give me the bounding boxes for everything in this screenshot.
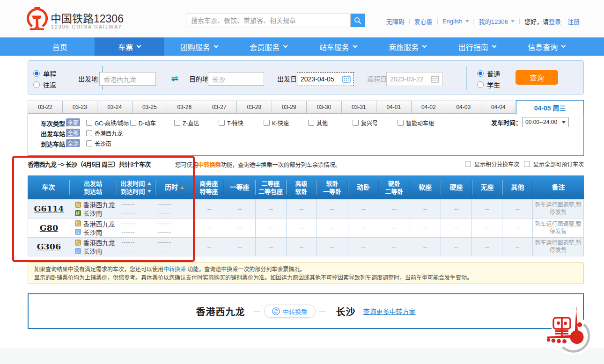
date-tab-03-27[interactable]: 03-27 (202, 101, 237, 114)
date-tab-03-29[interactable]: 03-29 (272, 101, 307, 114)
filter-option[interactable]: K-快速 (264, 119, 289, 127)
radio-unchecked[interactable] (33, 81, 40, 88)
seat-availability: -- (331, 243, 335, 250)
nav-item-5[interactable]: 站车服务 (303, 37, 373, 56)
filter-option[interactable]: Z-直达 (174, 119, 199, 127)
all-badge[interactable]: 全部 (66, 139, 80, 147)
date-tab-03-22[interactable]: 03-22 (28, 101, 63, 114)
depart-date-input[interactable]: 2023-04-05 (297, 72, 354, 86)
top-link-3[interactable]: English (442, 18, 463, 25)
result-checkbox-label: 显示积分兑换车次 (474, 160, 519, 168)
seat-availability: -- (207, 205, 212, 212)
column-header-15[interactable]: 其他 (502, 175, 533, 199)
nav-item-7[interactable]: 出行指南 (442, 37, 512, 56)
login-link[interactable]: 登录 (549, 17, 561, 26)
to-input[interactable]: 长沙 (208, 72, 264, 86)
column-header-line: 二等卧 (385, 188, 403, 196)
filter-option[interactable]: 香港西九龙 (86, 129, 123, 137)
top-link-4[interactable]: 我的12306 (479, 17, 508, 26)
nav-item-4[interactable]: 会员服务 (234, 37, 303, 56)
query-button[interactable]: 查询 (516, 70, 558, 85)
nav-item-6[interactable]: 商旅服务 (373, 37, 442, 56)
radio-unchecked[interactable] (477, 81, 484, 88)
filter-option[interactable]: 智能动车组 (398, 119, 434, 127)
column-header-12[interactable]: 软座 (410, 175, 441, 199)
depart-time-select[interactable]: 00:00--24:00 (522, 117, 569, 127)
filter-option[interactable]: GC-高铁/城际 (86, 119, 129, 127)
all-badge[interactable]: 全部 (66, 129, 80, 137)
checkbox-unchecked[interactable] (524, 161, 530, 167)
seat-availability: -- (423, 224, 427, 231)
checkbox-unchecked[interactable] (86, 130, 92, 136)
search-input[interactable] (186, 14, 351, 27)
column-header-11[interactable]: 硬卧二等卧 (379, 175, 410, 199)
more-transfer-link[interactable]: 查询更多中转方案 (363, 306, 416, 316)
trip-type-1[interactable]: 单程 (33, 70, 56, 77)
remark-text: 列车运行图调整,暂停发售 (533, 220, 583, 235)
nav-item-8[interactable]: 信息查询 (512, 37, 582, 56)
seat-cell: -- (471, 238, 502, 256)
passenger-type-1[interactable]: 普通 (477, 70, 500, 77)
top-link-2[interactable]: 爱心版 (414, 17, 433, 26)
checkbox-unchecked[interactable] (174, 120, 180, 126)
logo-subtitle: 12306 CHINA RAILWAY (51, 24, 122, 29)
filter-option[interactable]: 其他 (308, 119, 328, 127)
date-tab-03-31[interactable]: 03-31 (342, 101, 377, 114)
date-tab-04-03[interactable]: 04-03 (446, 101, 481, 114)
nav-item-2[interactable]: 车票 (95, 37, 164, 56)
checkbox-unchecked[interactable] (130, 120, 136, 126)
checkbox-unchecked[interactable] (264, 120, 270, 126)
transfer-pill-button[interactable]: 中转换乘 (264, 305, 316, 318)
checkbox-unchecked[interactable] (353, 120, 359, 126)
column-header-text: 软卧 (326, 180, 338, 188)
column-header-10[interactable]: 动卧 (348, 175, 379, 199)
nav-item-3[interactable]: 团购服务 (164, 37, 234, 56)
from-input[interactable]: 香港西九龙 (99, 72, 156, 86)
checkbox-unchecked[interactable] (308, 120, 314, 126)
column-header-6[interactable]: 一等座 (224, 175, 255, 199)
trip-type-2[interactable]: 往返 (33, 81, 56, 88)
date-tab-03-30[interactable]: 03-30 (307, 101, 342, 114)
register-link[interactable]: 注册 (567, 17, 580, 26)
column-header-8[interactable]: 高级软卧 (286, 175, 317, 199)
search-button[interactable] (351, 14, 365, 27)
result-checkbox-1[interactable]: 显示积分兑换车次 (465, 160, 519, 168)
passenger-type-2[interactable]: 学生 (477, 81, 500, 88)
checkbox-unchecked[interactable] (398, 120, 404, 126)
nav-item-1[interactable]: 首页 (25, 37, 95, 56)
radio-checked[interactable] (477, 70, 484, 77)
checkbox-unchecked[interactable] (465, 161, 471, 167)
filter-option[interactable]: T-特快 (219, 119, 243, 127)
date-tab-03-25[interactable]: 03-25 (133, 101, 168, 114)
checkbox-unchecked[interactable] (86, 120, 92, 126)
checkbox-unchecked[interactable] (86, 140, 92, 146)
notice-line-1: 如果查询结果中没有满足需求的车次，您还可以使用中转换乘 功能，查询途中换乘一次的… (34, 265, 577, 274)
transfer-link-orange[interactable]: 中转换乘 (198, 162, 221, 168)
swap-stations-icon[interactable] (171, 75, 179, 82)
date-tab-03-23[interactable]: 03-23 (63, 101, 98, 114)
column-header-16[interactable]: 备注 (533, 175, 584, 199)
result-checkbox-2[interactable]: 显示全部可预订车次 (524, 160, 584, 168)
filter-option[interactable]: D-动车 (130, 119, 156, 127)
column-header-5[interactable]: 商务座特等座 (194, 175, 224, 199)
column-header-13[interactable]: 硬座 (441, 175, 472, 199)
seat-availability: -- (485, 205, 489, 212)
filter-option[interactable]: 长沙南 (86, 139, 111, 147)
all-badge[interactable]: 全部 (66, 118, 80, 126)
date-tab-03-26[interactable]: 03-26 (167, 101, 202, 114)
top-link-1[interactable]: 无障碍 (386, 17, 405, 26)
date-tab-03-24[interactable]: 03-24 (97, 101, 133, 114)
transfer-link-blue[interactable]: 中转换乘 (163, 266, 186, 273)
filter-option[interactable]: 复兴号 (353, 119, 378, 127)
date-tab-04-02[interactable]: 04-02 (412, 101, 447, 114)
column-header-14[interactable]: 无座 (472, 175, 502, 199)
date-tab-04-04[interactable]: 04-04 (481, 101, 516, 114)
column-header-line: 二等包座 (258, 188, 283, 196)
date-tab-selected[interactable]: 04-05 周三 (516, 100, 584, 115)
radio-checked[interactable] (33, 70, 40, 77)
column-header-7[interactable]: 二等座二等包座 (255, 175, 286, 199)
column-header-9[interactable]: 软卧一等卧 (317, 175, 348, 199)
date-tab-04-01[interactable]: 04-01 (376, 101, 412, 114)
date-tab-03-28[interactable]: 03-28 (237, 101, 272, 114)
checkbox-unchecked[interactable] (219, 120, 225, 126)
